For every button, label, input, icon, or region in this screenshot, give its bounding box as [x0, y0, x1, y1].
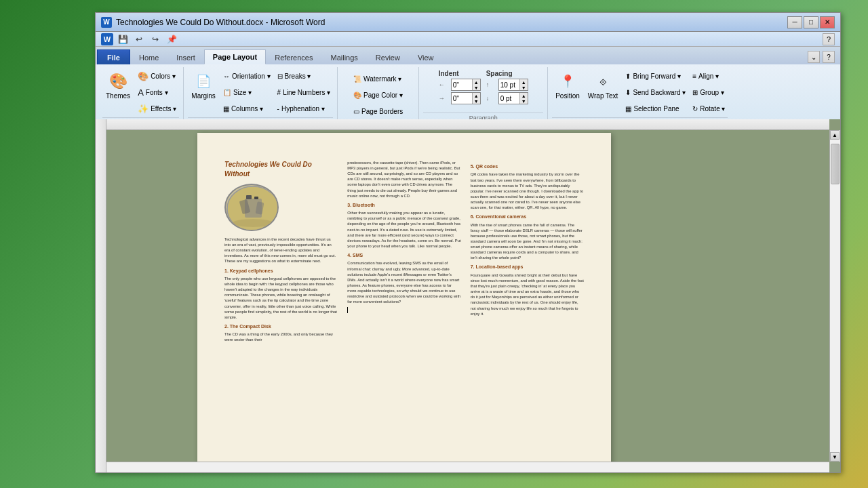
position-label: Position [555, 92, 580, 100]
help-icon[interactable]: ? [823, 33, 835, 45]
indent-right-input[interactable]: ▲ ▼ [451, 92, 481, 104]
page-background-content: 📜 Watermark ▾ 🎨 Page Color ▾ ▭ Page Bord… [351, 68, 406, 119]
indent-left-up[interactable]: ▲ [472, 79, 480, 85]
spacing-col: Spacing ↑ ▲ ▼ ↓ [486, 70, 528, 104]
spacing-after-label: ↓ [486, 95, 497, 102]
tab-page-layout[interactable]: Page Layout [204, 49, 266, 64]
pin-qat-button[interactable]: 📌 [165, 33, 178, 45]
indent-left-down[interactable]: ▼ [472, 85, 480, 90]
tab-file[interactable]: File [97, 49, 130, 64]
colors-button[interactable]: 🎨 Colors ▾ [135, 68, 179, 83]
themes-button[interactable]: 🎨 Themes [102, 68, 134, 102]
spacing-before-up[interactable]: ▲ [519, 79, 528, 85]
tab-home[interactable]: Home [130, 49, 167, 64]
spacing-after-up[interactable]: ▲ [519, 93, 528, 98]
page-borders-icon: ▭ [353, 108, 359, 115]
arrange-col2: ≡ Align ▾ ⊞ Group ▾ ↻ Rotate ▾ [690, 68, 728, 116]
doc-col1-intro: Technological advances in the recent dec… [224, 237, 338, 264]
group-icon: ⊞ [692, 89, 698, 96]
effects-icon: ✨ [138, 104, 149, 114]
spacing-before-label: ↑ [486, 81, 497, 88]
rotate-button[interactable]: ↻ Rotate ▾ [690, 101, 728, 116]
fonts-button[interactable]: A Fonts ▾ [135, 85, 179, 100]
indent-left-input[interactable]: ▲ ▼ [451, 79, 481, 91]
doc-section1-text: The only people who use keypad cellphone… [224, 276, 338, 320]
vertical-scrollbar[interactable]: ▲ ▼ [829, 130, 840, 462]
doc-section5-text: QR codes have taken the marketing indust… [471, 171, 584, 210]
hyphenation-button[interactable]: - Hyphenation ▾ [275, 101, 334, 116]
tab-references[interactable]: References [266, 49, 321, 64]
collapse-ribbon-icon[interactable]: ⌄ [808, 51, 820, 63]
margins-button[interactable]: 📄 Margins [188, 68, 219, 102]
minimize-button[interactable]: ─ [787, 16, 802, 28]
page-bg-buttons: 📜 Watermark ▾ 🎨 Page Color ▾ ▭ Page Bord… [351, 68, 406, 119]
redo-qat-button[interactable]: ↪ [149, 33, 162, 45]
send-backward-button[interactable]: ⬇ Send Backward ▾ [623, 85, 688, 100]
fonts-label: Fonts ▾ [146, 89, 168, 96]
wrap-text-button[interactable]: ⟐ Wrap Text [585, 68, 622, 102]
indent-right-down[interactable]: ▼ [472, 98, 480, 104]
doc-section4-text: Communication has evolved, leaving SMS a… [347, 260, 460, 304]
size-button[interactable]: 📋 Size ▾ [220, 85, 273, 100]
restore-button[interactable]: □ [804, 16, 818, 28]
rotate-label: Rotate ▾ [700, 105, 725, 113]
send-backward-icon: ⬇ [625, 89, 631, 96]
scroll-down-button[interactable]: ▼ [830, 452, 840, 462]
help-ribbon-icon[interactable]: ? [823, 51, 835, 63]
indent-left-row: ← ▲ ▼ [439, 79, 481, 91]
columns-label: Columns ▾ [231, 105, 263, 113]
indent-spacing: Indent ← ▲ ▼ → [435, 68, 532, 106]
bring-forward-button[interactable]: ⬆ Bring Forward ▾ [623, 68, 688, 83]
doc-section7-text: Foursquare and Gowalla shined bright at … [471, 272, 584, 317]
orientation-button[interactable]: ↔ Orientation ▾ [220, 68, 273, 83]
group-button[interactable]: ⊞ Group ▾ [690, 85, 728, 100]
undo-qat-button[interactable]: ↩ [132, 33, 146, 45]
effects-button[interactable]: ✨ Effects ▾ [135, 101, 179, 116]
titlebar-left: W Technologies We Could Do Without.docx … [101, 17, 325, 28]
tab-mailings[interactable]: Mailings [321, 49, 366, 64]
scroll-thumb-vertical[interactable] [831, 144, 840, 184]
text-cursor [347, 307, 348, 313]
indent-right-up[interactable]: ▲ [472, 93, 480, 98]
position-button[interactable]: 📍 Position [552, 68, 583, 102]
paragraph-content: Indent ← ▲ ▼ → [435, 68, 532, 111]
window-title: Technologies We Could Do Without.docx - … [116, 18, 325, 27]
horizontal-scrollbar[interactable] [106, 462, 829, 472]
document-columns: Technologies We Could Do Without [224, 160, 584, 472]
page-borders-label: Page Borders [361, 108, 403, 115]
tab-review[interactable]: Review [367, 49, 409, 64]
svg-rect-5 [254, 197, 258, 199]
save-qat-button[interactable]: 💾 [116, 33, 130, 45]
group-label: Group ▾ [700, 89, 724, 96]
arrange-content: 📍 Position ⟐ Wrap Text ⬆ Bring Forward ▾… [552, 68, 728, 116]
page-setup-group: 📄 Margins ↔ Orientation ▾ 📋 Size ▾ ▦ Col… [184, 67, 338, 123]
doc-section7-title: 7. Location-based apps [471, 264, 584, 270]
doc-col2-intro: predecessors, the cassette tape (shiver)… [347, 160, 460, 199]
page-borders-button[interactable]: ▭ Page Borders [351, 104, 406, 119]
document-column-1: Technologies We Could Do Without [224, 160, 338, 472]
spacing-before-input[interactable]: ▲ ▼ [498, 79, 528, 91]
scroll-up-button[interactable]: ▲ [830, 130, 840, 140]
spacing-after-input[interactable]: ▲ ▼ [498, 92, 528, 104]
watermark-button[interactable]: 📜 Watermark ▾ [351, 71, 406, 86]
page-color-label: Page Color ▾ [363, 92, 403, 99]
spacing-after-down[interactable]: ▼ [519, 98, 528, 104]
selection-pane-button[interactable]: ▦ Selection Pane [623, 101, 688, 116]
svg-rect-4 [246, 195, 252, 199]
page-color-button[interactable]: 🎨 Page Color ▾ [351, 87, 406, 102]
columns-button[interactable]: ▦ Columns ▾ [220, 101, 273, 116]
tab-view[interactable]: View [409, 49, 443, 64]
document-page[interactable]: Technologies We Could Do Without [197, 133, 611, 472]
align-icon: ≡ [692, 73, 696, 80]
close-button[interactable]: ✕ [820, 16, 835, 28]
breaks-button[interactable]: ⊟ Breaks ▾ [275, 68, 334, 83]
align-button[interactable]: ≡ Align ▾ [690, 68, 728, 83]
position-icon: 📍 [557, 70, 578, 92]
bring-forward-icon: ⬆ [625, 73, 631, 80]
spacing-before-down[interactable]: ▼ [519, 85, 528, 90]
page-setup-col2: ⊟ Breaks ▾ # Line Numbers ▾ - Hyphenatio… [275, 68, 334, 116]
colors-label: Colors ▾ [151, 73, 176, 80]
line-numbers-button[interactable]: # Line Numbers ▾ [275, 85, 334, 100]
tab-insert[interactable]: Insert [167, 49, 204, 64]
doc-title: Technologies We Could Do Without [224, 160, 338, 178]
